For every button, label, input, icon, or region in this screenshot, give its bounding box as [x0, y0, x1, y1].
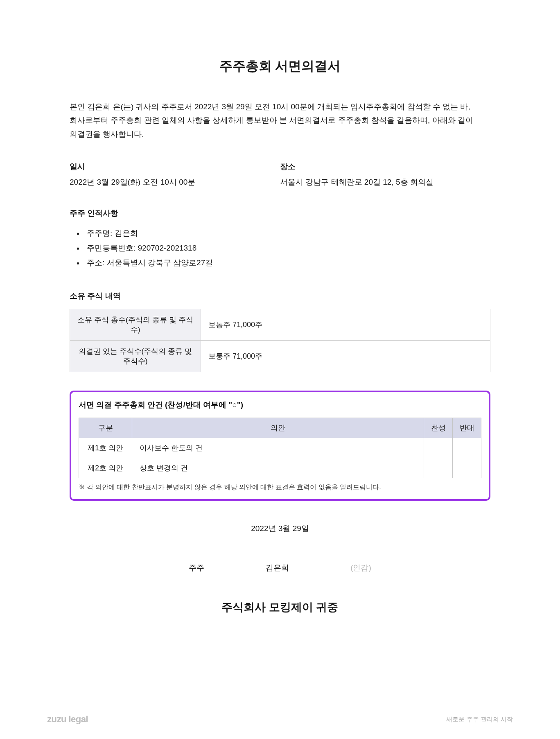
- agenda-table: 구분 의안 찬성 반대 제1호 의안 이사보수 한도의 건 제2호 의안 상호 …: [79, 418, 481, 478]
- agenda-row-num: 제1호 의안: [79, 438, 132, 458]
- agenda-vote-no-cell: [453, 458, 481, 478]
- recipient-line: 주식회사 모킹제이 귀중: [70, 600, 490, 615]
- shares-total-value: 보통주 71,000주: [201, 309, 490, 341]
- agenda-row-item: 상호 변경의 건: [132, 458, 424, 478]
- agenda-row-num: 제2호 의안: [79, 458, 132, 478]
- agenda-vote-no-cell: [453, 438, 481, 458]
- table-row: 제2호 의안 상호 변경의 건: [79, 458, 481, 478]
- agenda-row-item: 이사보수 한도의 건: [132, 438, 424, 458]
- agenda-header-yes: 찬성: [424, 418, 453, 438]
- datetime-label: 일시: [70, 161, 280, 172]
- document-title: 주주총회 서면의결서: [70, 57, 490, 75]
- page-footer: zuzu legal 새로운 주주 관리의 시작: [47, 714, 513, 725]
- shareholder-section-header: 주주 인적사항: [70, 208, 490, 219]
- shares-section-header: 소유 주식 내역: [70, 291, 490, 301]
- meeting-info-row: 일시 2022년 3월 29일(화) 오전 10시 00분 장소 서울시 강남구…: [70, 161, 490, 188]
- footer-tagline: 새로운 주주 관리의 시작: [446, 716, 513, 723]
- intro-paragraph: 본인 김은희 은(는) 귀사의 주주로서 2022년 3월 29일 오전 10시…: [70, 100, 490, 141]
- agenda-note: ※ 각 의안에 대한 찬반표시가 분명하지 않은 경우 해당 의안에 대한 표결…: [79, 483, 481, 492]
- signer-role: 주주: [189, 563, 204, 573]
- datetime-value: 2022년 3월 29일(화) 오전 10시 00분: [70, 177, 280, 188]
- document-page: 주주총회 서면의결서 본인 김은희 은(는) 귀사의 주주로서 2022년 3월…: [0, 0, 560, 615]
- agenda-header-item: 의안: [132, 418, 424, 438]
- agenda-vote-yes-cell: [424, 458, 453, 478]
- table-header-row: 구분 의안 찬성 반대: [79, 418, 481, 438]
- location-label: 장소: [280, 161, 490, 172]
- signer-name: 김은희: [266, 563, 289, 573]
- shares-total-label: 소유 주식 총수(주식의 종류 및 주식수): [70, 309, 201, 341]
- agenda-header-num: 구분: [79, 418, 132, 438]
- footer-logo: zuzu legal: [47, 714, 88, 725]
- shareholder-list: 주주명: 김은희 주민등록번호: 920702-2021318 주소: 서울특별…: [87, 226, 490, 270]
- table-row: 의결권 있는 주식수(주식의 종류 및 주식수) 보통주 71,000주: [70, 341, 490, 372]
- shareholder-name: 주주명: 김은희: [87, 226, 490, 241]
- table-row: 제1호 의안 이사보수 한도의 건: [79, 438, 481, 458]
- datetime-block: 일시 2022년 3월 29일(화) 오전 10시 00분: [70, 161, 280, 188]
- shares-voting-label: 의결권 있는 주식수(주식의 종류 및 주식수): [70, 341, 201, 372]
- seal-placeholder: (인감): [350, 563, 371, 573]
- shareholder-address: 주소: 서울특별시 강북구 삼양로27길: [87, 255, 490, 270]
- agenda-vote-yes-cell: [424, 438, 453, 458]
- shareholder-id: 주민등록번호: 920702-2021318: [87, 241, 490, 255]
- agenda-section-header: 서면 의결 주주총회 안건 (찬성/반대 여부에 "○"): [79, 400, 481, 410]
- location-value: 서울시 강남구 테헤란로 20길 12, 5층 회의실: [280, 177, 490, 188]
- table-row: 소유 주식 총수(주식의 종류 및 주식수) 보통주 71,000주: [70, 309, 490, 341]
- shares-table: 소유 주식 총수(주식의 종류 및 주식수) 보통주 71,000주 의결권 있…: [70, 309, 490, 372]
- signature-row: 주주 김은희 (인감): [70, 563, 490, 573]
- location-block: 장소 서울시 강남구 테헤란로 20길 12, 5층 회의실: [280, 161, 490, 188]
- signature-date: 2022년 3월 29일: [70, 523, 490, 534]
- agenda-highlight-box: 서면 의결 주주총회 안건 (찬성/반대 여부에 "○") 구분 의안 찬성 반…: [70, 391, 490, 501]
- agenda-header-no: 반대: [453, 418, 481, 438]
- shares-voting-value: 보통주 71,000주: [201, 341, 490, 372]
